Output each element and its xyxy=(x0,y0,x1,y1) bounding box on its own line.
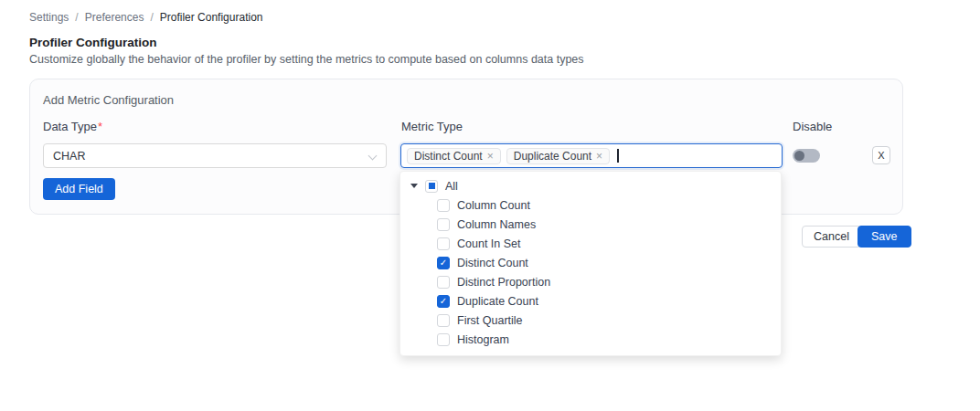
dropdown-option-label: Duplicate Count xyxy=(457,295,538,308)
remove-row-button[interactable]: X xyxy=(872,146,890,164)
data-type-select[interactable]: CHAR xyxy=(43,143,387,168)
tag-remove-icon[interactable]: × xyxy=(596,151,602,162)
dropdown-option[interactable]: Histogram xyxy=(400,330,781,349)
data-type-label-text: Data Type xyxy=(43,120,97,133)
checkbox[interactable] xyxy=(437,276,450,289)
dropdown-option-all-label: All xyxy=(445,180,458,193)
tag-remove-icon[interactable]: × xyxy=(487,151,494,162)
disable-toggle[interactable] xyxy=(793,149,820,163)
dropdown-option-label: Distinct Proportion xyxy=(457,276,550,289)
breadcrumb-item[interactable]: Settings xyxy=(29,11,69,24)
page-subtitle: Customize globally the behavior of the p… xyxy=(29,53,584,66)
dropdown-option-label: First Quartile xyxy=(457,314,523,327)
checkbox[interactable] xyxy=(437,237,450,250)
metric-tag-label: Duplicate Count xyxy=(514,150,591,163)
dropdown-option-label: Histogram xyxy=(457,333,509,346)
metric-type-tags: Distinct Count×Duplicate Count× xyxy=(407,148,619,164)
disable-label: Disable xyxy=(793,120,832,133)
dropdown-option-label: Column Names xyxy=(457,218,536,231)
tree-caret-icon[interactable] xyxy=(410,184,418,188)
profiler-configuration-page: Settings/Preferences/Profiler Configurat… xyxy=(0,0,980,411)
data-type-label: Data Type* xyxy=(43,120,102,133)
breadcrumb-separator: / xyxy=(75,11,78,24)
dropdown-option[interactable]: Column Count xyxy=(400,195,781,215)
dropdown-option[interactable]: Column Names xyxy=(400,215,781,234)
metric-type-input[interactable]: Distinct Count×Duplicate Count× xyxy=(400,143,783,168)
breadcrumb: Settings/Preferences/Profiler Configurat… xyxy=(29,11,262,24)
required-asterisk: * xyxy=(98,120,102,133)
dropdown-option-label: Count In Set xyxy=(457,237,521,250)
dropdown-option-label: Distinct Count xyxy=(457,257,528,269)
dropdown-option-all[interactable]: All xyxy=(400,176,781,195)
dropdown-option[interactable]: First Quartile xyxy=(400,311,781,330)
breadcrumb-item[interactable]: Preferences xyxy=(85,11,144,24)
dropdown-option[interactable]: Count In Set xyxy=(400,234,781,253)
add-field-button[interactable]: Add Field xyxy=(43,178,115,200)
cancel-button[interactable]: Cancel xyxy=(802,226,861,248)
save-button[interactable]: Save xyxy=(858,226,911,248)
dropdown-option-label: Column Count xyxy=(457,199,530,212)
page-title: Profiler Configuration xyxy=(29,36,157,49)
data-type-select-value: CHAR xyxy=(53,150,85,163)
metric-tag: Duplicate Count× xyxy=(506,148,610,164)
checkbox[interactable] xyxy=(437,333,450,346)
metric-tag: Distinct Count× xyxy=(407,148,501,164)
dropdown-option[interactable]: ✓Duplicate Count xyxy=(400,291,781,311)
chevron-down-icon xyxy=(368,152,378,161)
checkbox[interactable] xyxy=(437,314,450,327)
dropdown-option[interactable]: Distinct Proportion xyxy=(400,272,781,291)
checkbox[interactable] xyxy=(437,199,450,212)
checkbox[interactable] xyxy=(437,218,450,231)
card-title: Add Metric Configuration xyxy=(43,93,174,107)
metric-type-label: Metric Type xyxy=(401,120,463,133)
checkbox[interactable]: ✓ xyxy=(437,295,450,308)
breadcrumb-item[interactable]: Profiler Configuration xyxy=(160,11,263,24)
text-cursor xyxy=(617,149,619,163)
checkbox[interactable]: ✓ xyxy=(437,257,450,269)
metric-type-dropdown: All Column CountColumn NamesCount In Set… xyxy=(399,171,782,356)
metric-options-list: Column CountColumn NamesCount In Set✓Dis… xyxy=(400,195,781,349)
dropdown-option[interactable]: ✓Distinct Count xyxy=(400,253,781,272)
metric-tag-label: Distinct Count xyxy=(414,150,483,163)
select-all-checkbox[interactable] xyxy=(425,180,438,193)
breadcrumb-separator: / xyxy=(150,11,153,24)
